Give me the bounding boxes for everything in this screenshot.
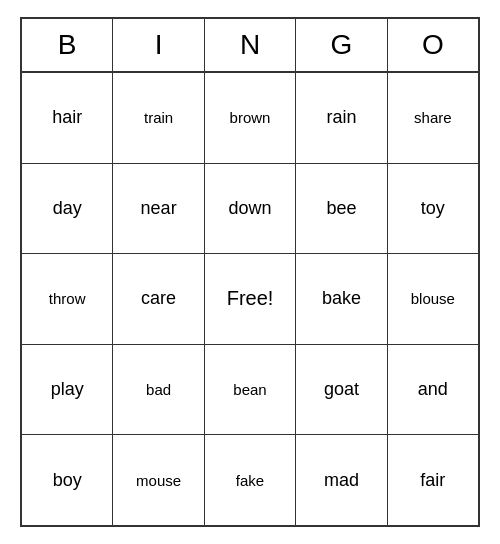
cell-3-1: bad [113, 345, 204, 435]
cell-0-0: hair [22, 73, 113, 163]
bingo-row-4: boymousefakemadfair [22, 435, 478, 525]
cell-0-2: brown [205, 73, 296, 163]
header-letter-o: O [388, 19, 478, 71]
cell-0-3: rain [296, 73, 387, 163]
cell-4-3: mad [296, 435, 387, 525]
cell-4-2: fake [205, 435, 296, 525]
header-letter-b: B [22, 19, 113, 71]
cell-2-4: blouse [388, 254, 478, 344]
cell-2-3: bake [296, 254, 387, 344]
cell-1-2: down [205, 164, 296, 254]
cell-4-0: boy [22, 435, 113, 525]
cell-1-4: toy [388, 164, 478, 254]
bingo-card: BINGO hairtrainbrownrainsharedayneardown… [20, 17, 480, 527]
cell-1-1: near [113, 164, 204, 254]
cell-2-0: throw [22, 254, 113, 344]
cell-3-4: and [388, 345, 478, 435]
bingo-row-1: dayneardownbeetoy [22, 164, 478, 255]
header-letter-g: G [296, 19, 387, 71]
cell-4-4: fair [388, 435, 478, 525]
cell-3-3: goat [296, 345, 387, 435]
cell-2-1: care [113, 254, 204, 344]
cell-1-0: day [22, 164, 113, 254]
bingo-header: BINGO [22, 19, 478, 73]
cell-2-2: Free! [205, 254, 296, 344]
bingo-row-0: hairtrainbrownrainshare [22, 73, 478, 164]
header-letter-n: N [205, 19, 296, 71]
bingo-body: hairtrainbrownrainsharedayneardownbeetoy… [22, 73, 478, 525]
cell-0-4: share [388, 73, 478, 163]
cell-3-2: bean [205, 345, 296, 435]
cell-1-3: bee [296, 164, 387, 254]
bingo-row-2: throwcareFree!bakeblouse [22, 254, 478, 345]
header-letter-i: I [113, 19, 204, 71]
cell-4-1: mouse [113, 435, 204, 525]
cell-3-0: play [22, 345, 113, 435]
cell-0-1: train [113, 73, 204, 163]
bingo-row-3: playbadbeangoatand [22, 345, 478, 436]
